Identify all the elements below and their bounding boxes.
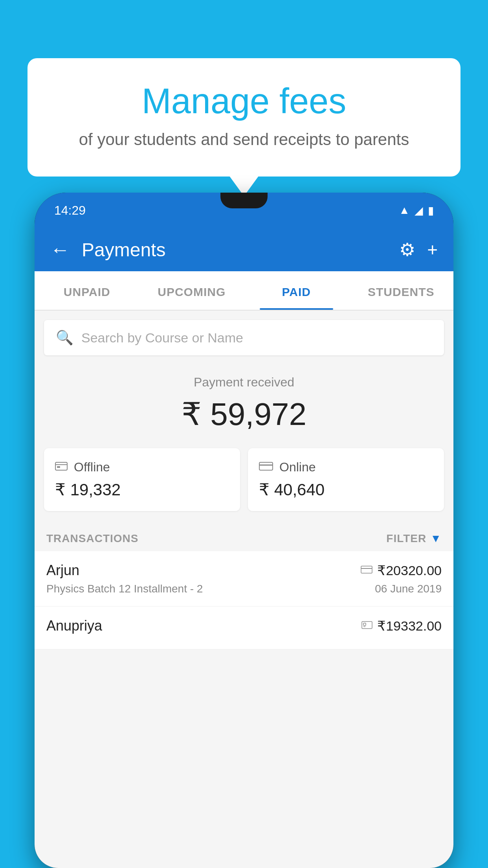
payment-received-label: Payment received <box>46 375 442 390</box>
transactions-header: TRANSACTIONS FILTER ▼ <box>35 523 453 551</box>
card-payment-icon <box>361 564 372 577</box>
offline-icon <box>55 460 68 474</box>
svg-rect-8 <box>363 623 366 625</box>
status-icons: ▲ ◢ ▮ <box>399 204 434 217</box>
table-row[interactable]: Anupriya ₹19332.00 <box>35 607 453 649</box>
tabs-bar: UNPAID UPCOMING PAID STUDENTS <box>35 271 453 311</box>
bubble-subtitle: of your students and send receipts to pa… <box>47 130 441 149</box>
transaction-amount-wrap: ₹19332.00 <box>361 618 442 634</box>
transaction-amount-wrap: ₹20320.00 <box>361 563 442 578</box>
app-bar: ← Payments ⚙ + <box>35 228 453 271</box>
tab-upcoming[interactable]: UPCOMING <box>139 271 244 310</box>
offline-label: Offline <box>74 460 110 474</box>
status-bar: 14:29 ▲ ◢ ▮ <box>35 193 453 228</box>
offline-card: Offline ₹ 19,332 <box>44 448 240 511</box>
payment-summary: Payment received ₹ 59,972 <box>35 355 453 448</box>
main-content: 🔍 Search by Course or Name Payment recei… <box>35 311 453 868</box>
transaction-top-row: Anupriya ₹19332.00 <box>46 618 442 634</box>
payment-cards-row: Offline ₹ 19,332 Online ₹ 40,640 <box>35 448 453 523</box>
cash-payment-icon <box>361 619 372 633</box>
svg-rect-0 <box>55 462 67 470</box>
transactions-label: TRANSACTIONS <box>46 532 138 545</box>
phone-frame: 14:29 ▲ ◢ ▮ ← Payments ⚙ + UNPAID UPCOMI… <box>35 193 453 868</box>
bubble-title: Manage fees <box>47 82 441 121</box>
svg-rect-5 <box>361 566 372 573</box>
svg-rect-2 <box>57 466 60 468</box>
online-card-header: Online <box>259 460 433 474</box>
transaction-amount: ₹20320.00 <box>377 563 442 578</box>
transaction-list: Arjun ₹20320.00 Physics Batch 12 Install… <box>35 551 453 649</box>
transaction-top-row: Arjun ₹20320.00 <box>46 562 442 579</box>
filter-button[interactable]: FILTER ▼ <box>386 532 442 545</box>
online-amount: ₹ 40,640 <box>259 480 433 499</box>
search-icon: 🔍 <box>56 329 73 346</box>
svg-rect-3 <box>259 462 273 470</box>
app-bar-actions: ⚙ + <box>399 239 438 260</box>
transaction-date: 06 June 2019 <box>375 583 442 595</box>
offline-card-header: Offline <box>55 460 229 474</box>
transaction-name: Arjun <box>46 562 79 579</box>
battery-icon: ▮ <box>428 204 434 217</box>
app-bar-title: Payments <box>82 239 387 261</box>
payment-total-amount: ₹ 59,972 <box>46 396 442 432</box>
status-time: 14:29 <box>54 203 86 218</box>
search-placeholder: Search by Course or Name <box>81 330 243 346</box>
offline-amount: ₹ 19,332 <box>55 480 229 499</box>
filter-icon: ▼ <box>430 532 442 545</box>
add-icon[interactable]: + <box>427 239 438 260</box>
table-row[interactable]: Arjun ₹20320.00 Physics Batch 12 Install… <box>35 551 453 607</box>
online-label: Online <box>279 460 316 474</box>
wifi-icon: ▲ <box>399 204 410 217</box>
transaction-bottom-row: Physics Batch 12 Installment - 2 06 June… <box>46 583 442 595</box>
signal-icon: ◢ <box>415 204 423 217</box>
filter-text: FILTER <box>386 532 426 545</box>
search-bar[interactable]: 🔍 Search by Course or Name <box>44 320 444 355</box>
online-icon <box>259 460 273 474</box>
transaction-name: Anupriya <box>46 618 102 634</box>
tab-paid[interactable]: PAID <box>244 271 349 310</box>
tab-unpaid[interactable]: UNPAID <box>35 271 139 310</box>
transaction-course: Physics Batch 12 Installment - 2 <box>46 583 203 595</box>
back-button[interactable]: ← <box>50 238 70 261</box>
transaction-amount: ₹19332.00 <box>377 618 442 634</box>
tab-students[interactable]: STUDENTS <box>349 271 454 310</box>
online-card: Online ₹ 40,640 <box>248 448 444 511</box>
speech-bubble: Manage fees of your students and send re… <box>28 58 460 177</box>
settings-icon[interactable]: ⚙ <box>399 239 415 260</box>
